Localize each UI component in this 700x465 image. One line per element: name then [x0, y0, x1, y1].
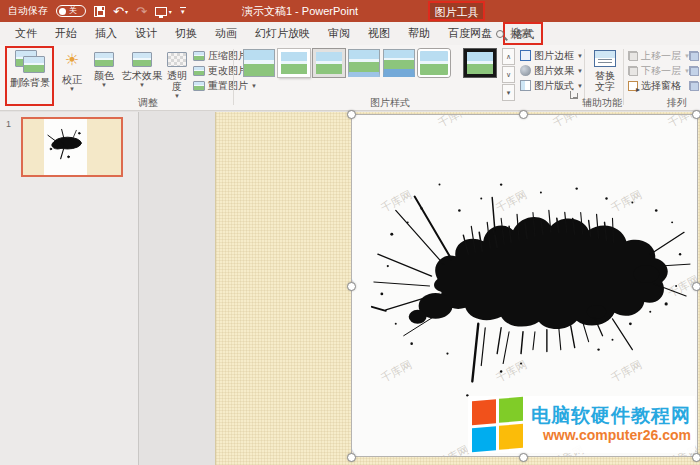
tab-review[interactable]: 审阅: [319, 22, 359, 45]
chevron-down-icon: ▼: [101, 82, 107, 88]
resize-handle-middle-left[interactable]: [347, 282, 356, 291]
reset-picture-icon: [193, 81, 205, 91]
bring-forward-icon: [628, 51, 638, 61]
save-icon[interactable]: [94, 6, 105, 17]
dialog-launcher-icon[interactable]: [570, 91, 578, 99]
slideshow-dropdown-icon[interactable]: ▾: [169, 8, 172, 15]
picture-tools-context-tab[interactable]: 图片工具: [428, 1, 485, 21]
resize-handle-bottom-middle[interactable]: [519, 453, 528, 462]
tab-view[interactable]: 视图: [359, 22, 399, 45]
picture-border-icon: [520, 50, 531, 61]
title-bar: 自动保存 关 ↶▾ ↷ ▾ ▼ 演示文稿1 - PowerPoint 图片工具: [0, 0, 700, 22]
chevron-down-icon: ▼: [139, 82, 145, 88]
resize-handle-top-middle[interactable]: [519, 110, 528, 119]
thumbnail-ink-splatter: [44, 119, 87, 175]
selected-picture[interactable]: 千库网千库网千库网千库网千库网千库网千库网千库网千库网千库网千库网千库网千库网千…: [351, 114, 698, 457]
autosave-label: 自动保存: [8, 4, 48, 18]
undo-dropdown-icon[interactable]: ▾: [125, 8, 128, 15]
tab-baidu-netdisk[interactable]: 百度网盘: [439, 22, 501, 45]
chevron-down-icon: ▼: [577, 83, 583, 89]
window-title: 演示文稿1 - PowerPoint: [210, 0, 390, 22]
picture-layout-icon: [520, 80, 531, 91]
tab-help[interactable]: 帮助: [399, 22, 439, 45]
toggle-knob-icon: [59, 8, 66, 15]
ribbon-tab-bar: 文件 开始 插入 设计 切换 动画 幻灯片放映 审阅 视图 帮助 百度网盘 格式: [0, 22, 700, 45]
picture-effects-icon: [520, 65, 531, 76]
autosave-toggle[interactable]: 关: [56, 5, 86, 17]
tab-insert[interactable]: 插入: [86, 22, 126, 45]
color-icon: [94, 52, 114, 67]
resize-handle-top-left[interactable]: [347, 110, 356, 119]
quick-access-toolbar: 自动保存 关 ↶▾ ↷ ▾ ▼: [8, 0, 186, 22]
tab-slideshow[interactable]: 幻灯片放映: [246, 22, 319, 45]
tab-design[interactable]: 设计: [126, 22, 166, 45]
resize-handle-bottom-left[interactable]: [347, 453, 356, 462]
picture-style-7-selected[interactable]: [464, 49, 496, 77]
chevron-down-icon: ▼: [577, 53, 583, 59]
compress-picture-button[interactable]: 压缩图片: [193, 49, 248, 62]
panel-divider[interactable]: [138, 112, 139, 465]
remove-background-button[interactable]: 删除背景: [7, 47, 53, 105]
resize-handle-middle-right[interactable]: [692, 282, 700, 291]
alt-text-icon: [594, 50, 616, 67]
powerpoint-window: 自动保存 关 ↶▾ ↷ ▾ ▼ 演示文稿1 - PowerPoint 图片工具 …: [0, 0, 700, 465]
resize-handle-bottom-right[interactable]: [692, 453, 700, 462]
chevron-down-icon: ▼: [69, 86, 75, 92]
ribbon: 删除背景 ☀ 校正 ▼ 颜色 ▼ 艺术效果 ▼ 透明度 ▼ 压缩图片: [0, 45, 700, 111]
slide-thumbnail-panel: 1: [0, 112, 138, 465]
resize-handle-top-right[interactable]: [692, 110, 700, 119]
picture-effects-button[interactable]: 图片效果 ▼: [520, 64, 583, 77]
thumbnail-image-area: [44, 119, 87, 175]
bring-forward-button: 上移一层 ▼: [628, 49, 690, 62]
slideshow-icon[interactable]: [155, 7, 167, 16]
accessibility-group-label: 辅助功能: [578, 96, 626, 110]
adjust-group-label: 调整: [108, 96, 188, 110]
transparency-icon: [167, 52, 187, 67]
picture-style-2[interactable]: [278, 49, 310, 77]
selection-pane-button[interactable]: 选择窗格: [628, 79, 681, 92]
picture-style-6[interactable]: [418, 49, 450, 77]
slide-thumbnail-selected[interactable]: [21, 117, 123, 177]
gallery-down-icon[interactable]: ∨: [502, 66, 515, 83]
search-icon: [496, 30, 504, 38]
selection-pane-icon: [628, 81, 638, 91]
search-box[interactable]: 搜索: [496, 22, 532, 45]
picture-border-button[interactable]: 图片边框 ▼: [520, 49, 583, 62]
tab-transitions[interactable]: 切换: [166, 22, 206, 45]
picture-style-1[interactable]: [243, 49, 275, 77]
change-picture-icon: [193, 66, 205, 76]
reset-picture-button[interactable]: 重置图片 ▼: [193, 79, 257, 92]
group-separator: [233, 49, 234, 105]
picture-style-4[interactable]: [348, 49, 380, 77]
send-backward-icon: [628, 66, 638, 76]
compress-picture-icon: [193, 51, 205, 61]
chevron-down-icon: ▼: [251, 83, 257, 89]
send-backward-button: 下移一层 ▼: [628, 64, 690, 77]
undo-icon[interactable]: ↶: [113, 5, 124, 18]
group-separator: [623, 49, 624, 105]
picture-style-3[interactable]: [313, 49, 345, 77]
redo-icon: ↷: [136, 5, 147, 18]
picture-style-5[interactable]: [383, 49, 415, 77]
gallery-more-icon[interactable]: ▾: [502, 84, 515, 101]
site-name: 电脑软硬件教程网: [531, 405, 691, 427]
tab-animations[interactable]: 动画: [206, 22, 246, 45]
customize-qat-icon[interactable]: ▼: [180, 7, 186, 15]
picture-styles-group-label: 图片样式: [300, 96, 480, 110]
site-url: www.computer26.com: [543, 427, 691, 444]
tab-file[interactable]: 文件: [6, 22, 46, 45]
arrange-group-label: 排列: [652, 96, 700, 110]
slide-number: 1: [6, 119, 11, 129]
artistic-effects-icon: [132, 52, 152, 67]
autosave-state: 关: [69, 7, 77, 15]
gallery-up-icon[interactable]: ∧: [502, 48, 515, 65]
windows-flag-icon: [472, 397, 523, 452]
search-label: 搜索: [510, 26, 532, 41]
tab-home[interactable]: 开始: [46, 22, 86, 45]
align-button-clipped[interactable]: [689, 49, 699, 62]
sun-icon: ☀: [65, 49, 79, 71]
corrections-button[interactable]: ☀ 校正 ▼: [57, 47, 87, 105]
rotate-button-clipped[interactable]: [689, 79, 699, 92]
group-button-clipped[interactable]: [689, 64, 699, 77]
remove-background-icon: [15, 50, 45, 74]
